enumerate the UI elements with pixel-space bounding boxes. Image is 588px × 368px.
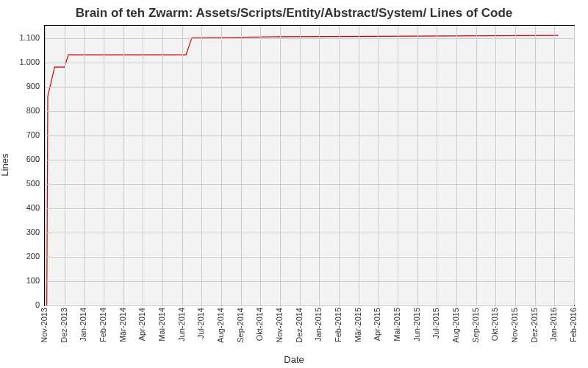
gridline-v <box>476 26 477 305</box>
gridline-v <box>437 26 437 305</box>
x-tick-label: Jul-2015 <box>431 308 440 339</box>
x-tick-label: Jun-2014 <box>177 308 186 342</box>
gridline-v <box>495 26 496 305</box>
gridline-v <box>143 26 143 305</box>
x-tick-label: Mai-2015 <box>392 308 401 342</box>
gridline-h <box>45 38 574 39</box>
y-tick-label: 300 <box>7 227 40 236</box>
x-tick-label: Aug-2015 <box>451 308 460 343</box>
x-tick-label: Dez-2014 <box>295 308 304 343</box>
y-tick-label: 400 <box>7 203 40 212</box>
gridline-h <box>45 233 574 233</box>
x-tick-label: Mai-2014 <box>157 308 166 342</box>
x-tick-label: Nov-2015 <box>510 308 519 343</box>
gridline-v <box>398 26 398 305</box>
chart-title: Brain of teh Zwarm: Assets/Scripts/Entit… <box>0 0 588 24</box>
gridline-v <box>456 26 457 305</box>
gridline-h <box>45 208 574 209</box>
x-tick-label: Okt-2014 <box>255 308 264 341</box>
gridline-v <box>241 26 242 305</box>
gridline-v <box>417 26 418 305</box>
y-tick-label: 1.000 <box>7 57 40 66</box>
gridline-v <box>319 26 320 305</box>
gridline-v <box>515 26 516 305</box>
plot-area <box>44 25 575 306</box>
gridline-h <box>45 135 574 136</box>
y-tick-label: 1.100 <box>7 33 40 42</box>
y-tick-label: 600 <box>7 155 40 163</box>
chart-container: Brain of teh Zwarm: Assets/Scripts/Entit… <box>0 0 588 368</box>
gridline-h <box>45 184 574 185</box>
x-tick-label: Dez-2013 <box>60 308 68 343</box>
x-tick-label: Jan-2014 <box>79 308 87 342</box>
gridline-v <box>300 26 301 305</box>
x-tick-label: Feb-2015 <box>334 308 343 342</box>
y-tick-label: 500 <box>7 179 40 188</box>
gridline-v <box>260 26 261 305</box>
gridline-v <box>535 26 536 305</box>
x-tick-label: Nov-2013 <box>40 308 49 343</box>
gridline-v <box>339 26 340 305</box>
x-tick-label: Dez-2015 <box>530 308 539 343</box>
y-tick-label: 0 <box>7 300 40 309</box>
gridline-h <box>45 63 574 63</box>
data-line <box>45 26 574 305</box>
x-axis-label: Date <box>0 354 588 365</box>
x-tick-label: Aug-2014 <box>216 308 225 343</box>
x-tick-label: Sep-2015 <box>471 308 480 343</box>
y-tick-label: 800 <box>7 106 40 115</box>
y-tick-label: 200 <box>7 252 40 261</box>
gridline-v <box>104 26 104 305</box>
gridline-v <box>574 26 575 305</box>
x-tick-label: Sep-2014 <box>236 308 245 343</box>
gridline-v <box>280 26 281 305</box>
gridline-v <box>378 26 379 305</box>
x-tick-label: Feb-2016 <box>569 308 578 342</box>
y-tick-label: 900 <box>7 82 40 91</box>
x-tick-label: Mär-2015 <box>354 308 362 342</box>
gridline-h <box>45 111 574 112</box>
x-tick-label: Jun-2015 <box>412 308 421 342</box>
x-tick-label: Apr-2014 <box>137 308 146 341</box>
y-tick-label: 700 <box>7 130 40 139</box>
gridline-v <box>182 26 183 305</box>
y-tick-label: 100 <box>7 276 40 285</box>
gridline-v <box>162 26 163 305</box>
gridline-v <box>359 26 359 305</box>
gridline-v <box>45 26 46 305</box>
gridline-h <box>45 87 574 88</box>
gridline-h <box>45 305 574 306</box>
gridline-v <box>201 26 202 305</box>
x-tick-label: Jan-2015 <box>314 308 323 342</box>
x-tick-label: Apr-2015 <box>373 308 381 341</box>
x-tick-label: Nov-2014 <box>275 308 284 343</box>
gridline-v <box>65 26 65 305</box>
gridline-h <box>45 257 574 258</box>
gridline-h <box>45 160 574 160</box>
gridline-v <box>123 26 124 305</box>
gridline-v <box>84 26 85 305</box>
x-tick-label: Jan-2016 <box>549 308 558 342</box>
gridline-h <box>45 281 574 282</box>
x-tick-label: Mär-2014 <box>118 308 127 342</box>
x-tick-label: Jul-2014 <box>196 308 205 339</box>
gridline-v <box>221 26 222 305</box>
gridline-v <box>554 26 555 305</box>
x-tick-label: Feb-2014 <box>98 308 107 342</box>
x-tick-label: Okt-2015 <box>490 308 499 341</box>
